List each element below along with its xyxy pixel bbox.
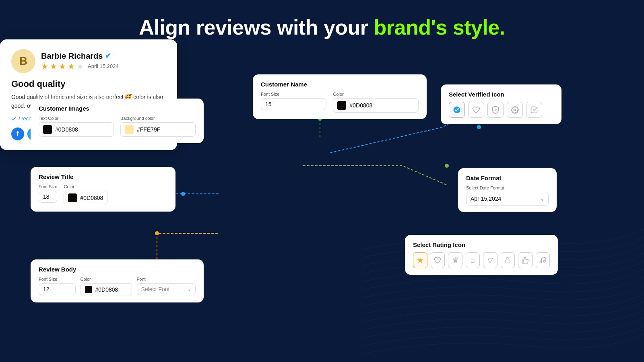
svg-point-3	[155, 231, 159, 235]
svg-rect-6	[505, 260, 510, 263]
svg-point-8	[544, 261, 546, 263]
verified-icon-settings[interactable]	[507, 102, 523, 118]
rating-icon-heart[interactable]	[431, 252, 445, 268]
review-body-font-size-label: Font Size	[39, 277, 76, 282]
star-2: ★	[50, 62, 57, 71]
date-format-select-wrapper[interactable]: Apr 15,2024 15 Apr, 2024 2024-04-15 04/1…	[466, 192, 549, 206]
verified-icon-heart[interactable]	[468, 102, 484, 118]
reviewer-header: B Barbie Richards ✔ ★ ★ ★ ★ ★ April 15,2…	[11, 49, 166, 73]
customer-name-card: Customer Name Font Size 15 Color #0D0808	[253, 74, 427, 119]
svg-point-5	[514, 109, 516, 111]
rating-icon-lock[interactable]	[501, 252, 515, 268]
verified-icon-checkmark[interactable]	[449, 102, 465, 118]
customer-name-color-input[interactable]: #0D0808	[333, 98, 419, 113]
text-color-label: Text Color	[39, 116, 114, 121]
date-format-select[interactable]: Apr 15,2024 15 Apr, 2024 2024-04-15 04/1…	[466, 192, 549, 206]
star-1: ★	[41, 62, 48, 71]
customer-name-color-swatch	[337, 101, 346, 110]
recommend-check-icon: ✔	[11, 115, 16, 122]
review-title-font-size-label: Font Size	[39, 184, 57, 189]
review-body-color-input[interactable]: #0D0808	[80, 283, 132, 296]
home-icon: ⌂	[471, 256, 475, 265]
title-plain: Align reviews with your	[139, 16, 374, 39]
verified-icon-title: Select Verified Icon	[449, 91, 553, 98]
review-body-color-value: #0D0808	[95, 286, 118, 293]
rating-icon-music[interactable]	[536, 252, 550, 268]
star-3: ★	[59, 62, 66, 71]
review-body-font-label: Font	[137, 277, 196, 282]
review-date: April 15,2024	[88, 63, 119, 69]
reviewer-name: Barbie Richards ✔	[41, 51, 166, 61]
verified-icon-card: Select Verified Icon	[441, 84, 561, 124]
rating-icon-home[interactable]: ⌂	[466, 252, 480, 268]
svg-point-7	[540, 261, 542, 263]
review-title-card: Review Title Font Size 18 Color #0D0808	[31, 167, 175, 212]
review-body-card: Review Body Font Size 12 Color #0D0808 F…	[31, 259, 204, 302]
review-body-font-value: Select Font	[141, 286, 170, 292]
customer-name-font-size-input[interactable]: 15	[261, 98, 326, 110]
rating-icon-title: Select Rating Icon	[413, 241, 550, 248]
review-body-color-label: Color	[80, 277, 132, 282]
review-title-color-swatch	[68, 193, 77, 202]
review-body-font-select[interactable]: Select Font ⌄	[137, 283, 196, 295]
rating-icon-row: ★ ♛ ⌂ ▽	[413, 252, 550, 268]
reviewer-avatar: B	[11, 49, 35, 73]
text-color-input[interactable]: #0D0808	[39, 122, 114, 137]
customer-name-font-size-value: 15	[265, 101, 272, 107]
stars-row: ★ ★ ★ ★ ★ April 15,2024	[41, 62, 166, 71]
text-color-swatch	[43, 125, 52, 134]
title-brand: brand's style.	[374, 16, 505, 39]
review-title-color-value: #0D0808	[80, 195, 103, 201]
font-chevron-icon: ⌄	[187, 286, 191, 292]
review-title-color-input[interactable]: #0D0808	[64, 191, 107, 205]
date-format-title: Date Format	[466, 175, 549, 181]
facebook-icon[interactable]: f	[11, 128, 24, 140]
rating-icon-card: Select Rating Icon ★ ♛ ⌂ ▽	[405, 235, 558, 275]
star-4: ★	[68, 62, 75, 71]
crown-icon: ♛	[452, 256, 458, 265]
review-title-color-label: Color	[64, 184, 107, 189]
verified-check-icon: ✔	[105, 51, 111, 60]
customer-images-title: Customer Images	[39, 105, 196, 112]
bg-color-label: Background color	[120, 116, 196, 121]
svg-point-2	[477, 125, 481, 129]
triangle-icon: ▽	[487, 256, 493, 265]
svg-point-1	[445, 164, 449, 168]
rating-icon-thumbsup[interactable]	[518, 252, 533, 268]
date-format-select-label: Select Date Format	[466, 185, 549, 190]
review-title-text: Good quality	[11, 79, 166, 89]
review-body-card-title: Review Body	[39, 266, 196, 273]
review-title-card-title: Review Title	[39, 173, 167, 180]
review-body-color-swatch	[85, 286, 92, 293]
star-icon: ★	[417, 255, 424, 265]
verified-icon-row	[449, 102, 553, 118]
date-format-card: Date Format Select Date Format Apr 15,20…	[458, 168, 557, 212]
bg-color-value: #FFE79F	[137, 126, 160, 133]
rating-icon-star[interactable]: ★	[413, 252, 427, 268]
page-title: Align reviews with your brand's style.	[0, 0, 644, 39]
reviewer-info: Barbie Richards ✔ ★ ★ ★ ★ ★ April 15,202…	[41, 51, 166, 71]
customer-name-title: Customer Name	[261, 81, 419, 88]
bg-color-swatch	[125, 125, 134, 134]
review-body-font-size-value: 12	[43, 286, 50, 292]
star-5: ★	[76, 62, 84, 71]
customer-name-font-size-label: Font Size	[261, 92, 326, 97]
customer-images-card: Customer Images Text Color #0D0808 Backg…	[31, 99, 204, 143]
review-title-font-size-value: 18	[43, 193, 50, 200]
rating-icon-triangle[interactable]: ▽	[483, 252, 497, 268]
review-body-font-size-input[interactable]: 12	[39, 283, 76, 295]
bg-color-input[interactable]: #FFE79F	[120, 122, 196, 137]
customer-name-color-label: Color	[333, 92, 419, 97]
review-title-font-size-input[interactable]: 18	[39, 191, 57, 203]
rating-icon-crown[interactable]: ♛	[448, 252, 462, 268]
svg-point-4	[181, 192, 185, 196]
verified-icon-checkbox[interactable]	[526, 102, 542, 118]
verified-icon-badge[interactable]	[487, 102, 504, 118]
customer-name-color-value: #0D0808	[349, 102, 372, 109]
text-color-value: #0D0808	[55, 126, 78, 133]
